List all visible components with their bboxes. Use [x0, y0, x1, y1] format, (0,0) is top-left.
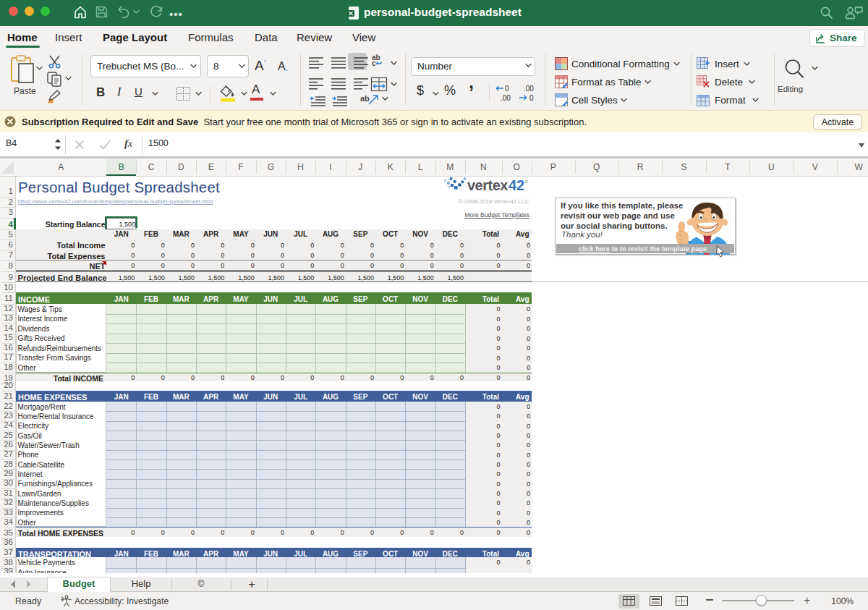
svg-text:0: 0 — [529, 94, 534, 102]
svg-text:.00: .00 — [524, 85, 534, 93]
svg-text:.00: .00 — [501, 94, 511, 102]
svg-text:vertex: vertex — [467, 177, 508, 193]
svg-text:42: 42 — [509, 177, 524, 193]
svg-text:0: 0 — [505, 85, 509, 93]
